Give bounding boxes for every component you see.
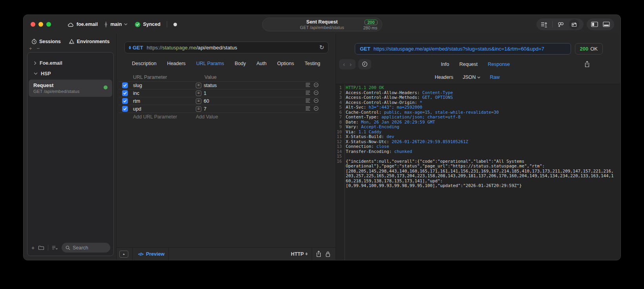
param-name-field[interactable]: upd: [133, 106, 196, 112]
tree-item-label: Foe.email: [40, 60, 62, 66]
branch-selector[interactable]: main: [104, 22, 128, 27]
tab-response[interactable]: Response: [488, 62, 510, 67]
subtab-json[interactable]: JSON: [463, 75, 480, 80]
param-checkbox-checked[interactable]: [122, 98, 128, 104]
tree-item-foe-email[interactable]: Foe.email: [31, 58, 110, 68]
subtab-raw[interactable]: Raw: [490, 75, 500, 80]
export-response-icon[interactable]: [584, 61, 590, 67]
line-text: Access-Control-Allow-Headers: Content-Ty…: [343, 91, 620, 96]
param-value-field[interactable]: 1: [204, 91, 206, 96]
line-text: Access-Control-Allow-Origin: *: [343, 100, 620, 105]
response-url-bar[interactable]: GET https://statuspage.me/api/embed/stat…: [355, 43, 571, 55]
protocol-updown-icon: [305, 253, 308, 255]
bottom-panel-toggle-icon[interactable]: [603, 22, 610, 27]
lock-icon[interactable]: [325, 251, 330, 257]
remove-param-icon[interactable]: [314, 90, 319, 96]
tab-options[interactable]: Options: [277, 61, 294, 66]
divider: [552, 21, 553, 27]
send-receive-toggle[interactable]: [569, 19, 579, 29]
close-window-button[interactable]: [31, 22, 35, 27]
zoom-window-button[interactable]: [46, 22, 51, 27]
history-nav: ‹ ›: [339, 59, 356, 69]
param-name-field[interactable]: inc: [133, 91, 196, 96]
sidebar-item-request-selected[interactable]: Request GET /api/embed/status: [29, 80, 112, 97]
share-icon[interactable]: [316, 251, 321, 257]
param-name-field[interactable]: slug: [133, 83, 196, 88]
tab-testing[interactable]: Testing: [305, 61, 320, 66]
add-param-name-placeholder[interactable]: Add URL Parameter: [133, 114, 196, 120]
tab-request[interactable]: Request: [459, 62, 478, 67]
params-rows: slug=statusinc=1rtm=60upd=7: [119, 81, 319, 113]
history-back-button[interactable]: ‹: [343, 61, 345, 67]
tab-sessions[interactable]: Sessions: [31, 39, 61, 44]
response-status-code: 200: [580, 46, 589, 52]
response-body[interactable]: 1HTTP/1.1 200 OK2Access-Control-Allow-He…: [336, 84, 620, 260]
param-name-field[interactable]: rtm: [133, 98, 196, 104]
response-method-label: GET: [360, 46, 370, 52]
request-url-bar[interactable]: GET https://statuspage.me/api/embed/stat…: [124, 42, 328, 53]
remove-param-icon[interactable]: [314, 106, 319, 112]
line-number: [336, 179, 343, 184]
tab-description[interactable]: Description: [132, 61, 157, 66]
equals-icon: =: [196, 106, 201, 112]
param-checkbox-checked[interactable]: [122, 82, 128, 88]
line-text: Date: Mon, 26 Jan 2026 20:29:59 GMT: [343, 120, 620, 125]
response-line: Operational"},"page":"status","page_url"…: [336, 164, 620, 169]
tab-environments[interactable]: Environments: [69, 39, 109, 44]
add-session-button[interactable]: +: [29, 46, 32, 51]
project-menu[interactable]: foe.email: [68, 22, 98, 27]
history-forward-button[interactable]: ›: [350, 61, 352, 67]
request-queue-icon[interactable]: [541, 22, 547, 27]
tree-item-hsp[interactable]: HSP: [31, 68, 110, 79]
tab-info[interactable]: Info: [441, 62, 449, 67]
tab-body[interactable]: Body: [235, 61, 246, 66]
subtab-headers[interactable]: Headers: [435, 75, 453, 80]
sync-loop-icon[interactable]: [557, 21, 564, 27]
add-param-value-placeholder[interactable]: Add Value: [196, 114, 299, 120]
group-sort-icon[interactable]: [52, 245, 58, 250]
param-options-icon[interactable]: [305, 83, 310, 88]
sent-request-pill[interactable]: Sent Request GET /api/embed/status 200 2…: [262, 18, 382, 31]
new-folder-icon[interactable]: [38, 245, 44, 250]
method-selector[interactable]: GET: [129, 45, 143, 51]
line-text: Alt-Svc: h3=":443"; ma=2592000: [343, 105, 620, 110]
tab-url-params[interactable]: URL Params: [196, 61, 224, 66]
param-options-icon[interactable]: [305, 106, 310, 112]
response-pane: GET https://statuspage.me/api/embed/stat…: [336, 34, 620, 260]
param-row: slug=status: [119, 81, 319, 89]
param-row: inc=1: [119, 89, 319, 97]
tab-auth[interactable]: Auth: [256, 61, 266, 66]
preview-button[interactable]: </> Preview: [138, 251, 164, 257]
collapse-panel-button[interactable]: ▲: [119, 251, 128, 258]
sidebar-search-input[interactable]: Search: [62, 243, 110, 253]
divider: [167, 21, 167, 27]
sync-status[interactable]: Synced: [135, 22, 160, 27]
response-line: 9Vary: Accept-Encoding: [336, 125, 620, 130]
add-param-row[interactable]: Add URL Parameter Add Value: [119, 113, 319, 120]
line-text: Via: 1.1 Caddy: [343, 130, 620, 135]
param-checkbox-checked[interactable]: [122, 106, 128, 112]
param-value-field[interactable]: status: [204, 83, 217, 88]
divider: [132, 248, 133, 260]
response-line: 4Access-Control-Allow-Origin: *: [336, 100, 620, 105]
param-options-icon[interactable]: [305, 91, 310, 96]
params-header-row: URL Parameter Value: [119, 73, 319, 81]
unsaved-indicator-dot: [173, 23, 177, 26]
equals-icon: =: [196, 83, 201, 88]
remove-param-icon[interactable]: [314, 82, 319, 89]
remove-session-button[interactable]: −: [37, 46, 40, 51]
remove-param-icon[interactable]: [314, 98, 319, 104]
chevron-down-icon: [124, 23, 128, 25]
history-button[interactable]: [358, 59, 371, 69]
minimize-window-button[interactable]: [38, 22, 43, 27]
param-checkbox-checked[interactable]: [122, 90, 128, 96]
refresh-icon[interactable]: ↻: [319, 45, 324, 50]
left-panel-toggle-icon[interactable]: [591, 22, 598, 27]
tab-headers[interactable]: Headers: [167, 61, 186, 66]
param-value-field[interactable]: 7: [204, 106, 206, 112]
param-options-icon[interactable]: [305, 98, 310, 104]
protocol-selector[interactable]: HTTP: [291, 251, 308, 257]
add-request-button[interactable]: +: [31, 245, 35, 251]
param-value-field[interactable]: 60: [204, 98, 209, 104]
line-text: X-Status-Now-Utc: 2026-01-26T20:29:59.85…: [343, 140, 620, 145]
